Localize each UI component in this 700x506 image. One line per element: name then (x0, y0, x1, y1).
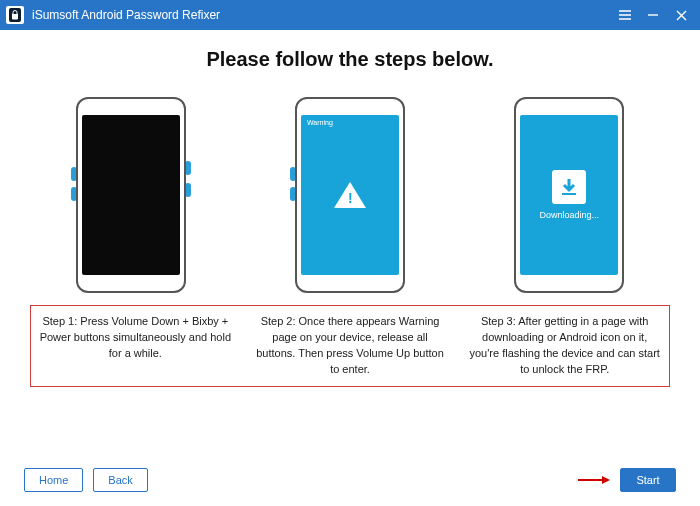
back-button[interactable]: Back (93, 468, 147, 492)
warning-triangle-icon: ! (334, 182, 366, 208)
download-icon (552, 170, 586, 204)
downloading-text: Downloading... (540, 210, 600, 220)
warning-label: Warning (307, 119, 333, 126)
step-3: Downloading... (469, 97, 670, 293)
start-button[interactable]: Start (620, 468, 676, 492)
content-area: Please follow the steps below. Warning (0, 30, 700, 387)
captions-box: Step 1: Press Volume Down + Bixby + Powe… (30, 305, 670, 387)
svg-rect-0 (13, 14, 18, 19)
arrow-hint-icon (578, 476, 610, 484)
step-2-caption: Step 2: Once there appears Warning page … (252, 314, 449, 378)
phone-step-3: Downloading... (514, 97, 624, 293)
step-1-caption: Step 1: Press Volume Down + Bixby + Powe… (37, 314, 234, 378)
phone-screen-download-icon: Downloading... (520, 115, 618, 275)
titlebar: iSumsoft Android Password Refixer (0, 0, 700, 30)
window-controls (618, 8, 694, 22)
app-icon (6, 6, 24, 24)
footer: Home Back Start (0, 468, 700, 492)
phone-step-2: Warning ! (295, 97, 405, 293)
phone-screen-warning-icon: Warning ! (301, 115, 399, 275)
step-1 (30, 97, 231, 293)
menu-icon[interactable] (618, 8, 632, 22)
close-icon[interactable] (674, 8, 688, 22)
step-2: Warning ! (249, 97, 450, 293)
phone-step-1 (76, 97, 186, 293)
minimize-icon[interactable] (646, 8, 660, 22)
home-button[interactable]: Home (24, 468, 83, 492)
page-heading: Please follow the steps below. (30, 48, 670, 71)
step-3-caption: Step 3: After getting in a page with dow… (466, 314, 663, 378)
steps-row: Warning ! Downloading... (30, 97, 670, 293)
phone-screen-off-icon (82, 115, 180, 275)
app-title: iSumsoft Android Password Refixer (32, 8, 220, 22)
